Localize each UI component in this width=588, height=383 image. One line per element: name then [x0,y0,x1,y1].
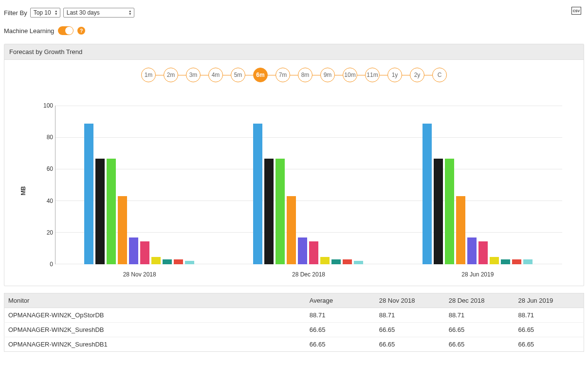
chart-bar[interactable] [331,259,341,264]
chart-ytick: 40 [41,198,53,204]
col-average: Average [306,293,375,308]
chart-bar[interactable] [309,241,318,264]
table-cell: 66.65 [514,323,584,337]
time-connector-icon [223,75,231,75]
forecast-panel: Forecast by Growth Trend 1m2m3m4m5m6m7m8… [4,44,584,286]
chart-bar[interactable] [264,159,274,264]
date-range-select[interactable]: Last 30 days ▲▼ [63,8,134,18]
chart-ytick: 0 [41,261,53,268]
time-range-button-1y[interactable]: 1y [387,68,402,82]
table-cell: 88.71 [375,308,445,323]
table-cell: 66.65 [445,337,514,352]
table-cell: 88.71 [306,308,375,323]
table-header-row: Monitor Average 28 Nov 2018 28 Dec 2018 … [4,293,584,308]
time-range-button-2m[interactable]: 2m [164,68,178,82]
table-cell: OPMANAGER-WIN2K_SureshDB1 [4,337,306,352]
time-range-button-1m[interactable]: 1m [141,68,156,82]
panel-title: Forecast by Growth Trend [4,44,584,60]
table-cell: OPMANAGER-WIN2K_SureshDB [4,323,306,337]
table-cell: OPMANAGER-WIN2K_OpStorDB [4,308,306,323]
chart-bar[interactable] [512,259,521,264]
time-range-button-8m[interactable]: 8m [298,68,312,82]
chart-bar[interactable] [151,257,161,264]
chart-bar[interactable] [129,237,138,264]
table-cell: 88.71 [514,308,584,323]
machine-learning-label: Machine Learning [4,27,54,35]
time-connector-icon [335,75,343,75]
time-range-button-C[interactable]: C [432,68,447,82]
table-row[interactable]: OPMANAGER-WIN2K_SureshDB166.6566.6566.65… [4,337,584,352]
top-n-value: Top 10 [34,9,51,16]
table-cell: 66.65 [375,337,445,352]
chart-ytick: 20 [41,229,53,236]
time-range-button-5m[interactable]: 5m [231,68,245,82]
time-range-row: 1m2m3m4m5m6m7m8m9m10m11m1y2yC [10,68,578,82]
chart-bar[interactable] [118,196,127,264]
select-arrows-icon: ▲▼ [55,10,58,16]
chart-bar[interactable] [163,259,172,264]
forecast-chart: MB 28 Nov 201828 Dec 201828 Jun 2019 020… [25,101,563,281]
machine-learning-row: Machine Learning ? [4,24,584,44]
chart-bar[interactable] [501,259,510,264]
time-connector-icon [312,75,320,75]
chart-bar[interactable] [185,261,194,264]
chart-ytick: 60 [41,165,53,172]
chart-bar[interactable] [523,259,533,264]
time-connector-icon [357,75,365,75]
chart-bar[interactable] [456,196,465,264]
time-connector-icon [268,75,276,75]
select-arrows-icon: ▲▼ [129,10,132,16]
chart-ytick: 100 [41,102,53,109]
chart-bar[interactable] [298,237,307,264]
table-row[interactable]: OPMANAGER-WIN2K_SureshDB66.6566.6566.656… [4,323,584,337]
col-date-3: 28 Jun 2019 [514,293,584,308]
filter-by-label: Filter By [4,9,27,17]
chart-bar[interactable] [287,196,296,264]
chart-bar[interactable] [253,124,262,264]
chart-bar[interactable] [434,159,443,264]
chart-ylabel: MB [20,186,27,196]
time-range-button-7m[interactable]: 7m [276,68,290,82]
col-date-1: 28 Nov 2018 [375,293,445,308]
table-cell: 66.65 [514,337,584,352]
chart-bar[interactable] [140,241,149,264]
chart-xlabel: 28 Dec 2018 [292,271,325,278]
toggle-knob-icon [65,27,73,35]
time-range-button-10m[interactable]: 10m [343,68,357,82]
chart-xlabel: 28 Nov 2018 [123,271,156,278]
chart-bar[interactable] [95,159,105,264]
time-connector-icon [402,75,410,75]
chart-bar[interactable] [423,124,432,264]
top-n-select[interactable]: Top 10 ▲▼ [30,8,60,18]
table-cell: 88.71 [445,308,514,323]
time-range-button-6m[interactable]: 6m [253,68,268,82]
chart-bar[interactable] [84,124,93,264]
table-cell: 66.65 [375,323,445,337]
chart-bar[interactable] [467,237,477,264]
time-range-button-9m[interactable]: 9m [320,68,335,82]
time-connector-icon [178,75,186,75]
chart-bar[interactable] [445,159,454,264]
chart-group: 28 Dec 2018 [224,106,393,264]
table-row[interactable]: OPMANAGER-WIN2K_OpStorDB88.7188.7188.718… [4,308,584,323]
summary-table: Monitor Average 28 Nov 2018 28 Dec 2018 … [4,293,584,352]
col-monitor: Monitor [4,293,306,308]
chart-bar[interactable] [354,261,363,264]
chart-bar[interactable] [343,259,352,264]
machine-learning-toggle[interactable] [58,26,74,35]
help-icon[interactable]: ? [77,27,85,35]
time-range-button-2y[interactable]: 2y [410,68,424,82]
time-connector-icon [156,75,164,75]
chart-xlabel: 28 Jun 2019 [461,271,494,278]
chart-bar[interactable] [174,259,183,264]
chart-bar[interactable] [107,159,116,264]
chart-bar[interactable] [490,257,499,264]
chart-bar[interactable] [478,241,488,264]
time-range-button-4m[interactable]: 4m [208,68,223,82]
time-range-button-3m[interactable]: 3m [186,68,201,82]
chart-bar[interactable] [276,159,285,264]
chart-bar[interactable] [320,257,330,264]
time-range-button-11m[interactable]: 11m [365,68,380,82]
export-csv-button[interactable]: CSV [571,7,581,15]
time-connector-icon [201,75,208,75]
